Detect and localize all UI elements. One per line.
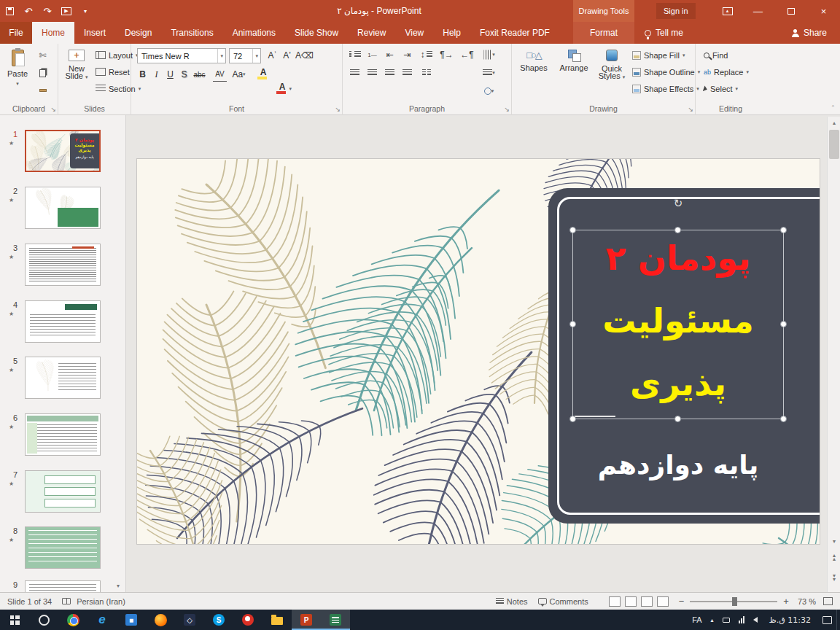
selection-handle-top-right[interactable] xyxy=(780,227,787,233)
numbering-icon[interactable]: 1— xyxy=(365,47,380,62)
font-name-combo[interactable]: Times New R ▾ xyxy=(137,48,226,63)
thumbnail-scrollbar[interactable]: ▾ xyxy=(114,115,125,592)
convert-smartart-icon[interactable]: ▾ xyxy=(481,84,497,98)
network-tray-icon[interactable] xyxy=(734,610,749,630)
sign-in-button[interactable]: Sign in xyxy=(656,3,696,19)
thumbnail-slide-5[interactable]: 5 ★ xyxy=(0,357,126,399)
tab-design[interactable]: Design xyxy=(115,22,161,44)
change-case-button[interactable]: Aa▾ xyxy=(232,67,246,82)
reading-view-icon[interactable] xyxy=(641,596,653,607)
tab-animations[interactable]: Animations xyxy=(223,22,285,44)
thumbnail-slide-9[interactable]: 9 xyxy=(0,580,126,592)
selection-handle-mid-right[interactable] xyxy=(780,321,787,327)
shape-effects-button[interactable]: Shape Effects▾ xyxy=(630,81,701,96)
shape-fill-button[interactable]: Shape Fill▾ xyxy=(630,47,687,63)
selection-handle-bottom-center[interactable] xyxy=(674,416,681,422)
next-slide-icon[interactable]: ▾▾ xyxy=(828,572,840,583)
align-center-icon[interactable] xyxy=(365,66,380,80)
slide-6-preview[interactable] xyxy=(25,413,101,456)
tell-me-box[interactable]: Tell me xyxy=(645,22,683,44)
cut-icon[interactable]: ✄ xyxy=(35,48,50,63)
find-button[interactable]: Find xyxy=(701,47,730,63)
taskbar-file-explorer[interactable] xyxy=(262,610,292,630)
text-direction-options-icon[interactable]: ▾ xyxy=(481,47,497,62)
slide-subtitle[interactable]: پایه دوازدهم xyxy=(572,443,784,487)
align-text-icon[interactable]: ▾ xyxy=(481,66,497,80)
clear-formatting-icon[interactable]: A⌫ xyxy=(298,48,311,63)
fit-slide-icon[interactable] xyxy=(823,597,833,605)
tab-transitions[interactable]: Transitions xyxy=(161,22,222,44)
line-spacing-icon[interactable]: ↕ xyxy=(419,47,434,62)
tab-format[interactable]: Format xyxy=(573,22,634,44)
undo-icon[interactable]: ↶ xyxy=(19,0,38,22)
highlight-color-button[interactable]: A xyxy=(255,67,271,82)
paste-button[interactable]: Paste ▾ xyxy=(3,44,32,87)
taskbar-chrome[interactable] xyxy=(58,610,88,630)
volume-tray-icon[interactable] xyxy=(749,610,762,630)
quick-access-customize-icon[interactable]: ▾ xyxy=(76,0,95,22)
scroll-down-icon[interactable]: ▾ xyxy=(828,535,840,547)
italic-button[interactable]: I xyxy=(149,67,163,82)
strikethrough-button[interactable]: abc xyxy=(192,67,206,82)
thumbnail-slide-6[interactable]: 6 ★ xyxy=(0,413,126,456)
selection-handle-bottom-left[interactable] xyxy=(569,416,576,422)
tab-help[interactable]: Help xyxy=(433,22,470,44)
thumbnail-slide-7[interactable]: 7 ★ xyxy=(0,470,126,513)
pen-tray-icon[interactable] xyxy=(718,610,734,630)
comments-button[interactable]: Comments xyxy=(538,597,588,606)
share-button[interactable]: Share xyxy=(792,22,827,44)
font-color-button[interactable]: A▾ xyxy=(274,82,290,96)
taskbar-skype[interactable]: S xyxy=(204,610,233,630)
notes-button[interactable]: Notes xyxy=(496,597,528,606)
decrease-indent-icon[interactable]: ⇤ xyxy=(382,47,397,62)
taskbar-powerpoint[interactable]: P xyxy=(292,610,321,630)
zoom-in-icon[interactable]: + xyxy=(783,596,789,607)
underline-button[interactable]: U xyxy=(163,67,177,82)
taskbar-blue-app[interactable]: ■ xyxy=(117,610,146,630)
language-indicator[interactable]: FA xyxy=(688,610,706,630)
thumbnail-slide-1[interactable]: 1 ★ پودمان ۲ مسئولیت پذیری پایه دوازدهم xyxy=(0,130,126,172)
slide-1-preview[interactable]: پودمان ۲ مسئولیت پذیری پایه دوازدهم xyxy=(25,130,101,172)
align-left-icon[interactable] xyxy=(347,66,362,80)
tab-home[interactable]: Home xyxy=(32,22,74,44)
slide-5-preview[interactable] xyxy=(25,357,101,399)
paragraph-dialog-launcher-icon[interactable]: ↘ xyxy=(504,106,510,113)
selection-handle-top-center[interactable] xyxy=(674,227,681,233)
replace-button[interactable]: abReplace▾ xyxy=(701,64,751,79)
clock[interactable]: 11:32 ق.ظ xyxy=(762,610,818,630)
rotate-handle-icon[interactable]: ↻ xyxy=(672,197,685,210)
zoom-out-icon[interactable]: − xyxy=(679,596,685,607)
taskbar-red-app[interactable] xyxy=(233,610,262,630)
thumbnail-slide-3[interactable]: 3 ★ xyxy=(0,244,126,286)
tab-foxit-reader-pdf[interactable]: Foxit Reader PDF xyxy=(470,22,559,44)
taskbar-firefox[interactable] xyxy=(146,610,175,630)
reset-button[interactable]: Reset xyxy=(93,64,132,79)
show-desktop-button[interactable] xyxy=(836,610,840,630)
slide-3-preview[interactable] xyxy=(25,244,101,286)
font-dialog-launcher-icon[interactable]: ↘ xyxy=(335,106,341,113)
selection-handle-top-left[interactable] xyxy=(569,227,576,233)
new-slide-button[interactable]: + New Slide ▾ xyxy=(60,44,93,80)
slideshow-view-icon[interactable] xyxy=(657,596,669,607)
save-icon[interactable] xyxy=(0,0,19,22)
columns-icon[interactable] xyxy=(419,66,434,80)
increase-indent-icon[interactable]: ⇥ xyxy=(400,47,415,62)
align-right-icon[interactable] xyxy=(382,66,397,80)
slide-2-preview[interactable] xyxy=(25,187,101,229)
taskbar-green-app[interactable] xyxy=(321,610,350,630)
scroll-up-icon[interactable]: ▴ xyxy=(828,117,840,128)
slide-4-preview[interactable] xyxy=(25,300,101,343)
selection-handle-bottom-right[interactable] xyxy=(780,416,787,422)
arrange-button[interactable]: Arrange xyxy=(554,44,594,72)
increase-font-size-icon[interactable]: Aʾ xyxy=(265,48,279,63)
maximize-button[interactable] xyxy=(774,0,807,22)
thumbnail-scroll-down-icon[interactable]: ▾ xyxy=(117,583,120,589)
select-button[interactable]: Select▾ xyxy=(701,81,740,96)
taskbar-dark-app[interactable]: ◇ xyxy=(175,610,204,630)
justify-icon[interactable] xyxy=(400,66,415,80)
previous-slide-icon[interactable]: ▴▴ xyxy=(828,551,840,563)
zoom-level[interactable]: 73 % xyxy=(798,597,816,606)
search-button[interactable] xyxy=(29,610,58,630)
tab-view[interactable]: View xyxy=(395,22,433,44)
drawing-dialog-launcher-icon[interactable]: ↘ xyxy=(688,106,693,113)
